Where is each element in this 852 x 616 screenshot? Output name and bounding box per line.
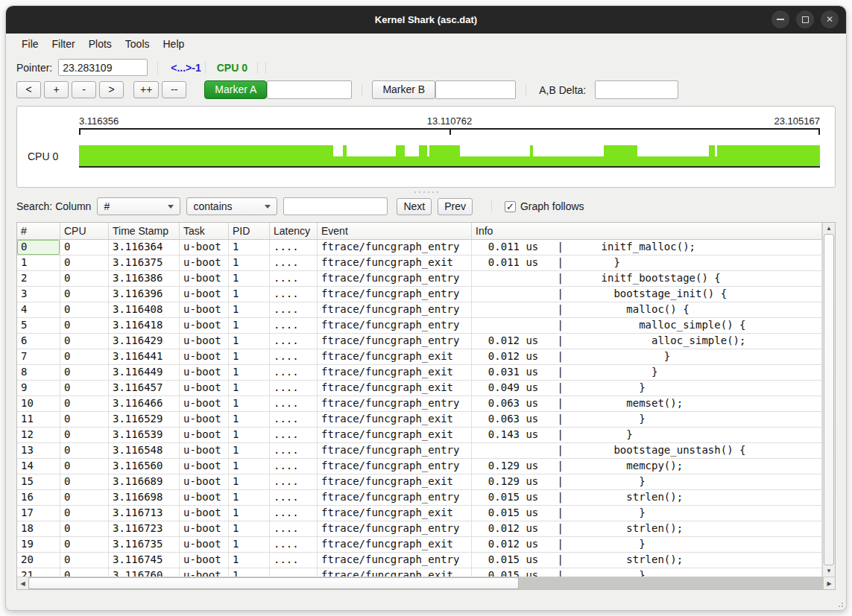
table-cell[interactable]: 0.031 us | } xyxy=(472,365,822,380)
column-header-task[interactable]: Task xyxy=(180,223,229,239)
nav-button-left[interactable]: < xyxy=(16,81,41,98)
table-cell[interactable]: 0.015 us | } xyxy=(472,568,822,577)
table-row[interactable]: 903.116457u-boot1....ftrace/funcgraph_ex… xyxy=(17,381,822,396)
search-input[interactable] xyxy=(283,197,388,215)
table-cell[interactable]: u-boot xyxy=(180,443,229,458)
table-cell[interactable]: u-boot xyxy=(180,318,229,333)
table-cell[interactable]: .... xyxy=(270,428,318,442)
table-cell[interactable]: .... xyxy=(270,396,318,411)
table-cell[interactable]: .... xyxy=(270,537,318,552)
table-cell[interactable]: u-boot xyxy=(180,459,229,474)
graph-follows-checkbox[interactable]: ✓ xyxy=(505,201,516,212)
table-cell[interactable]: 1 xyxy=(17,255,60,270)
table-cell[interactable]: 0 xyxy=(60,521,109,536)
table-row[interactable]: 1303.116548u-boot1....ftrace/funcgraph_e… xyxy=(17,443,822,459)
table-cell[interactable]: 20 xyxy=(17,553,60,568)
table-cell[interactable]: ftrace/funcgraph_entry xyxy=(318,334,472,349)
table-cell[interactable]: 3.116418 xyxy=(109,318,180,333)
titlebar[interactable]: Kernel Shark (asc.dat) ✕ xyxy=(6,6,846,34)
table-cell[interactable]: 1 xyxy=(229,537,270,552)
table-cell[interactable]: u-boot xyxy=(180,302,229,317)
table-cell[interactable]: 3.116364 xyxy=(109,240,180,255)
table-cell[interactable]: 18 xyxy=(17,521,60,536)
table-row[interactable]: 603.116429u-boot1....ftrace/funcgraph_en… xyxy=(17,334,822,349)
column-header-latency[interactable]: Latency xyxy=(270,223,318,239)
table-cell[interactable]: 1 xyxy=(229,412,270,427)
table-cell[interactable]: .... xyxy=(270,287,318,302)
table-cell[interactable]: ftrace/funcgraph_exit xyxy=(318,412,472,427)
scroll-left-icon[interactable]: ◀ xyxy=(17,577,28,589)
table-cell[interactable]: ftrace/funcgraph_entry xyxy=(318,490,472,505)
table-cell[interactable]: 4 xyxy=(17,302,60,317)
table-cell[interactable]: .... xyxy=(270,271,318,286)
table-cell[interactable]: ftrace/funcgraph_entry xyxy=(318,521,472,536)
table-row[interactable]: 2103.116760u-boot1....ftrace/funcgraph_e… xyxy=(17,568,822,577)
table-cell[interactable]: u-boot xyxy=(180,381,229,396)
table-cell[interactable]: .... xyxy=(270,240,318,255)
table-cell[interactable]: 3.116375 xyxy=(109,255,180,270)
table-cell[interactable]: 0.049 us | } xyxy=(472,381,822,396)
table-cell[interactable]: .... xyxy=(270,381,318,396)
marker-b-button[interactable]: Marker B xyxy=(372,80,435,99)
ab-delta-input[interactable] xyxy=(595,80,678,99)
table-cell[interactable]: 1 xyxy=(229,302,270,317)
pointer-value-input[interactable] xyxy=(58,59,148,76)
table-cell[interactable]: 0.015 us | } xyxy=(472,506,822,521)
nav-button-zoom-out[interactable]: - xyxy=(72,81,96,98)
table-cell[interactable]: 0 xyxy=(60,302,109,317)
table-row[interactable]: 1503.116689u-boot1....ftrace/funcgraph_e… xyxy=(17,474,822,490)
cpu0-activity-bar[interactable] xyxy=(79,145,820,168)
table-cell[interactable]: u-boot xyxy=(180,568,229,577)
horizontal-scroll-thumb[interactable] xyxy=(28,577,519,589)
vertical-scroll-thumb[interactable] xyxy=(824,234,834,565)
prev-button[interactable]: Prev xyxy=(438,198,473,215)
table-cell[interactable]: ftrace/funcgraph_exit xyxy=(318,474,472,489)
table-cell[interactable]: 6 xyxy=(17,334,60,349)
menu-file[interactable]: File xyxy=(15,36,45,52)
table-row[interactable]: 503.116418u-boot1....ftrace/funcgraph_en… xyxy=(17,318,822,334)
table-row[interactable]: 1003.116466u-boot1....ftrace/funcgraph_e… xyxy=(17,396,822,412)
table-cell[interactable]: 3.116408 xyxy=(109,302,180,317)
table-cell[interactable]: ftrace/funcgraph_entry xyxy=(318,459,472,474)
table-cell[interactable]: .... xyxy=(270,506,318,521)
table-cell[interactable]: u-boot xyxy=(180,553,229,568)
table-cell[interactable]: 3.116441 xyxy=(109,349,180,364)
search-column-select[interactable]: # xyxy=(97,197,180,215)
menu-plots[interactable]: Plots xyxy=(82,36,119,52)
table-cell[interactable]: ftrace/funcgraph_entry xyxy=(318,396,472,411)
table-row[interactable]: 1103.116529u-boot1....ftrace/funcgraph_e… xyxy=(17,412,822,428)
table-cell[interactable]: 0.012 us | } xyxy=(472,349,822,364)
cpu-graph-panel[interactable]: 3.116356 13.110762 23.105167 CPU 0 xyxy=(16,106,836,188)
horizontal-scrollbar[interactable]: ◀ ▶ xyxy=(17,577,835,589)
table-cell[interactable]: 0.012 us | strlen(); xyxy=(472,521,822,536)
table-cell[interactable]: u-boot xyxy=(180,396,229,411)
table-cell[interactable]: .... xyxy=(270,490,318,505)
table-cell[interactable]: 7 xyxy=(17,349,60,364)
table-cell[interactable]: u-boot xyxy=(180,490,229,505)
table-cell[interactable]: 1 xyxy=(229,334,270,349)
table-cell[interactable]: 3.116429 xyxy=(109,334,180,349)
table-row[interactable]: 1703.116713u-boot1....ftrace/funcgraph_e… xyxy=(17,506,822,521)
table-cell[interactable]: .... xyxy=(270,568,318,577)
table-cell[interactable]: 1 xyxy=(229,521,270,536)
table-cell[interactable]: u-boot xyxy=(180,240,229,255)
table-cell[interactable]: ftrace/funcgraph_exit xyxy=(318,506,472,521)
table-cell[interactable]: 19 xyxy=(17,537,60,552)
table-cell[interactable]: ftrace/funcgraph_entry xyxy=(318,318,472,333)
table-cell[interactable]: ftrace/funcgraph_exit xyxy=(318,365,472,380)
table-cell[interactable]: u-boot xyxy=(180,428,229,442)
table-cell[interactable]: .... xyxy=(270,255,318,270)
table-cell[interactable]: u-boot xyxy=(180,349,229,364)
table-cell[interactable]: u-boot xyxy=(180,506,229,521)
table-cell[interactable]: u-boot xyxy=(180,474,229,489)
table-cell[interactable]: .... xyxy=(270,318,318,333)
table-cell[interactable]: 0 xyxy=(60,412,109,427)
scroll-up-icon[interactable]: ▲ xyxy=(823,223,835,234)
table-cell[interactable]: 3.116539 xyxy=(109,428,180,442)
table-cell[interactable]: ftrace/funcgraph_exit xyxy=(318,537,472,552)
table-cell[interactable]: .... xyxy=(270,553,318,568)
table-cell[interactable]: 15 xyxy=(17,474,60,489)
table-cell[interactable]: 13 xyxy=(17,443,60,458)
menu-tools[interactable]: Tools xyxy=(119,36,157,52)
table-cell[interactable]: | bootstage_init() { xyxy=(472,287,822,302)
